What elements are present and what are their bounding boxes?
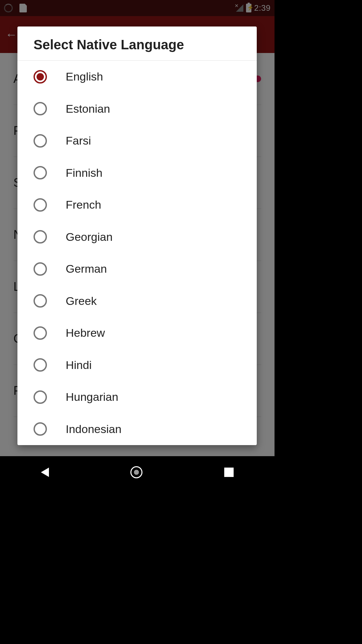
radio-button-icon: [34, 134, 47, 148]
dialog-title: Select Native Language: [17, 26, 257, 61]
language-option[interactable]: Hindi: [17, 349, 257, 381]
language-label: Georgian: [66, 230, 113, 244]
nav-home-button[interactable]: [130, 466, 142, 478]
language-label: Hebrew: [66, 326, 105, 339]
language-option[interactable]: Farsi: [17, 125, 257, 157]
language-label: French: [66, 198, 101, 211]
language-option[interactable]: Finnish: [17, 157, 257, 189]
radio-button-icon: [34, 326, 47, 340]
language-label: Finnish: [66, 166, 103, 179]
navigation-bar: [0, 456, 275, 488]
language-label: Indonesian: [66, 423, 121, 436]
language-label: Greek: [66, 294, 97, 308]
language-label: Estonian: [66, 102, 110, 115]
language-option[interactable]: Indonesian: [17, 413, 257, 445]
language-option[interactable]: French: [17, 189, 257, 221]
language-list[interactable]: EnglishEstonianFarsiFinnishFrenchGeorgia…: [17, 61, 257, 445]
language-label: Hungarian: [66, 390, 118, 404]
radio-button-icon: [34, 198, 47, 212]
language-label: Hindi: [66, 359, 92, 372]
radio-button-icon: [34, 422, 47, 436]
radio-button-icon: [34, 230, 47, 244]
radio-button-icon: [34, 102, 47, 115]
language-label: English: [66, 70, 103, 83]
radio-button-icon: [34, 390, 47, 404]
radio-button-icon: [34, 294, 47, 308]
language-option[interactable]: Georgian: [17, 221, 257, 253]
language-option[interactable]: Greek: [17, 285, 257, 317]
nav-back-button[interactable]: [41, 468, 49, 477]
language-option[interactable]: Hebrew: [17, 317, 257, 349]
language-option[interactable]: Estonian: [17, 93, 257, 125]
nav-recent-button[interactable]: [224, 468, 234, 477]
language-label: German: [66, 262, 107, 275]
language-option[interactable]: English: [17, 61, 257, 93]
language-label: Farsi: [66, 134, 91, 147]
radio-button-icon: [34, 166, 47, 179]
radio-button-icon: [34, 358, 47, 372]
radio-button-icon: [34, 70, 47, 84]
language-option[interactable]: Hungarian: [17, 381, 257, 413]
radio-button-icon: [34, 262, 47, 276]
language-option[interactable]: German: [17, 253, 257, 285]
language-dialog: Select Native Language EnglishEstonianFa…: [17, 26, 257, 445]
